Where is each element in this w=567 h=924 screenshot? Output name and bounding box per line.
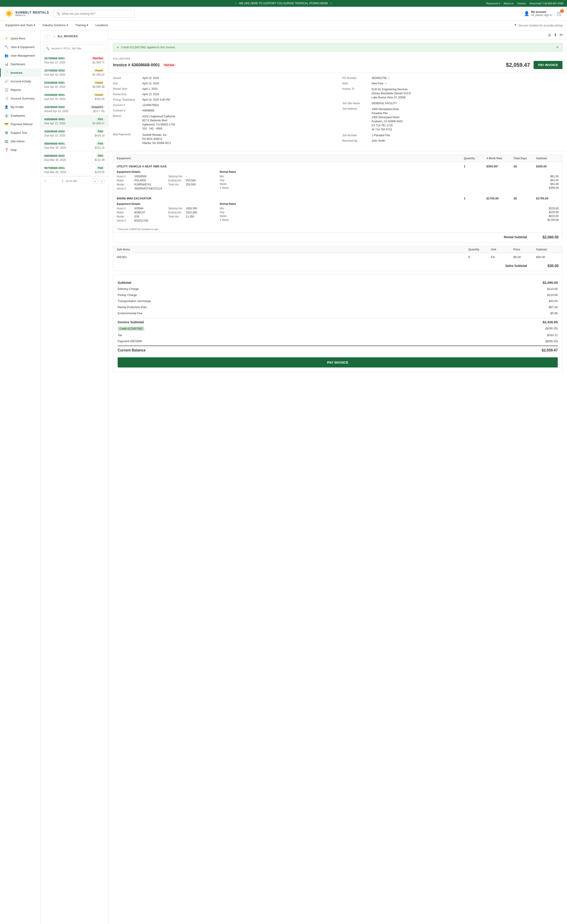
svg-line-6 [11,15,12,16]
back-arrow-icon: ← [53,35,56,38]
cart-badge: 2 [560,9,564,13]
email-icon[interactable]: ✉ [559,33,562,37]
location-set[interactable]: 📍 Set your location for accurate pricing [514,24,562,27]
invoice-link-7[interactable]: 88608668-0001 [44,142,65,145]
sidebar-item-jobs-equipment[interactable]: 🔧 Jobs & Equipment [0,43,41,51]
invoice-list-item-1[interactable]: 26708668-0002 Unpaid Due Apr 18, 2020 $2… [41,66,108,79]
help-icon: ❓ [4,148,8,152]
invoice-list-item-8[interactable]: 88608668-0002 Paid Due Mar 30, 2020 $131… [41,152,108,164]
pay-invoice-top-btn[interactable]: PAY INVOICE [534,61,562,69]
invoice-badge-8: Paid [96,154,105,158]
sidebar-item-invoices[interactable]: 📄 Invoices [0,68,41,77]
nav-equipment[interactable]: Equipment and Tools ▾ [5,21,36,30]
invoice-amount-5: $2,059.47 [93,122,105,125]
rental-subtotal-row: Rental Subtotal $2,060.00 [113,232,562,242]
info-row-contract: Contract # 43608668 [113,109,333,112]
account-info[interactable]: 👤 My account Hi, please sign in [524,10,552,17]
export-icon[interactable]: ↑ [44,179,46,183]
invoice-link-5[interactable]: 43608668-0001 [44,117,65,121]
po-edit-icon[interactable]: ✏ [388,76,390,80]
note-edit-icon[interactable]: ✏ [385,82,387,85]
nav-industry[interactable]: Industry Solutions ▾ [42,21,69,30]
invoice-list-item-4[interactable]: 34508668-0002 Unapplied Issued Apr 15, 2… [41,103,108,115]
sidebar-item-quick-rent[interactable]: ⚡ Quick Rent [0,34,41,43]
summary-payment-label: Payment #00760R [118,339,142,343]
help-link[interactable]: Need help? Call 800-667-9328 [529,2,563,5]
sidebar-item-payment-refund[interactable]: 💳 Payment Refund [0,120,41,128]
print-icon[interactable]: 🖨 [547,33,551,37]
invoice-list-item-7[interactable]: 88608668-0001 Paid Due Mar 30, 2020 $210… [41,140,108,152]
sidebar-item-account-activity[interactable]: 📈 Account Activity [0,77,41,86]
invoice-list-item-9[interactable]: 98708668-0001 Paid Due Mar 29, 2020 $215… [41,164,108,176]
invoice-list-item-2[interactable]: 92608668-0001 Unpaid Due Apr 20, 2020 $5… [41,79,108,91]
sidebar-label-dashboard: Dashboard [11,63,25,66]
info-column-left: Issued April 13, 2020 Due April 13, 2020… [113,76,333,147]
rate-min-1: Min $61.00 [220,175,559,178]
equip-ending-hrs-2: Ending Hrs 1615.000 [168,211,218,214]
invoices-icon: 📄 [4,70,8,75]
sidebar-item-employees[interactable]: 👔 Employees [0,111,41,120]
resources-link[interactable]: Resources ▾ [486,2,500,5]
sidebar-item-support-tool[interactable]: ⚙️ Support Tool [0,128,41,137]
equip-starting-hrs-2: Starting Hrs 1626.300 [168,207,218,210]
invoice-link-8[interactable]: 88608668-0002 [44,154,65,158]
sidebar-label-jobs: Jobs & Equipment [11,45,35,49]
announcement-bar: ‹ WE ARE HERE TO SUPPORT YOU DURING TROP… [0,0,567,7]
invoice-link-2[interactable]: 92608668-0001 [44,81,65,84]
sidebar-item-help[interactable]: ❓ Help [0,146,41,154]
collapse-btn[interactable]: ‹ [44,34,50,39]
sidebar-item-reports[interactable]: 📋 Reports [0,86,41,94]
search-input[interactable] [62,12,132,15]
invoice-due-5: Due Apr 13, 2020 [44,122,65,125]
invoice-list-item-0[interactable]: 26708668-0001 Past Due Due Apr 13, 2020 … [41,54,108,66]
summary-total-label: Current Balance [118,348,146,352]
prev-arrow[interactable]: ‹ [236,2,236,5]
search-bar[interactable]: 🔍 [54,10,135,17]
about-link[interactable]: About us [504,2,513,5]
invoice-search-input[interactable] [51,47,103,50]
invoice-link-1[interactable]: 26708668-0002 [44,69,65,72]
equip-rate-1: $355.00* [486,165,513,168]
sidebar-item-account-summary[interactable]: 📑 Account Summary [0,94,41,103]
sales-table-header: Sale Items Quantity Unit Price Subtotal [113,246,562,253]
invoice-link-4[interactable]: 34508668-0002 [44,105,65,109]
sales-col-unit: Unit [491,248,513,251]
cart-icon[interactable]: 🛒 2 [556,10,562,16]
sidebar-label-employees: Employees [11,114,25,117]
careers-link[interactable]: Careers [517,2,526,5]
next-arrow[interactable]: › [331,2,331,5]
pay-invoice-bottom-btn[interactable]: PAY INVOICE [118,357,558,368]
invoice-list-item-5[interactable]: 43608668-0001 Paid Due Apr 13, 2020 $2,0… [41,115,108,128]
sidebar-item-dashboard[interactable]: 📊 Dashboard [0,60,41,68]
invoice-list-item-3[interactable]: 34508668-0001 Unpaid Due Apr 29, 2020 $3… [41,91,108,103]
sales-col-items: Sale Items [117,248,468,251]
close-credit-banner[interactable]: ✕ [556,46,559,49]
invoice-link-9[interactable]: 98708668-0001 [44,166,65,170]
back-btn[interactable]: ← ALL INVOICES [53,35,78,38]
invoice-link-0[interactable]: 26708668-0001 [44,57,65,60]
invoice-title-section: FULL RETURN Invoice # 43608668-0001 Past… [108,55,567,73]
nav-locations[interactable]: Locations [95,21,109,30]
invoice-search-wrapper[interactable]: 🔍 [44,45,105,52]
invoice-list-item-6[interactable]: 43608668-0002 Paid Due Apr 10, 2020 $434… [41,128,108,140]
nav-training[interactable]: Training ▾ [75,21,89,30]
invoice-link-3[interactable]: 34508668-0001 [44,93,65,96]
logo[interactable]: SUNBELT RENTALS RENTALS [5,9,49,18]
download-icon[interactable]: ⬇ [554,33,557,37]
next-page-btn[interactable]: › [99,178,105,183]
sales-item-qty: 6 [468,255,491,259]
sidebar-item-site-admin[interactable]: 🏢 Site Admin [0,137,41,146]
sidebar-item-user-management[interactable]: 👥 User Management [0,51,41,60]
invoice-link-6[interactable]: 43608668-0002 [44,130,65,133]
prev-page-btn[interactable]: ‹ [93,178,98,183]
credit-text: Credit #123457892 applied to this invoic… [121,46,176,49]
jobs-icon: 🔧 [4,45,8,49]
svg-line-5 [6,11,8,12]
sidebar-label-invoices: Invoices [11,71,23,75]
rate-4week-2: 4 Week $1705.00 [220,218,559,222]
rate-day-1: Day $61.00 [220,178,559,182]
sidebar-item-my-profile[interactable]: 👤 My Profile [0,103,41,111]
summary-row-protection: Rental Protection Plan $67.50 [118,304,558,310]
sales-subtotal-value: $30.00 [536,264,559,268]
info-row-due: Due April 13, 2020 [113,82,333,85]
